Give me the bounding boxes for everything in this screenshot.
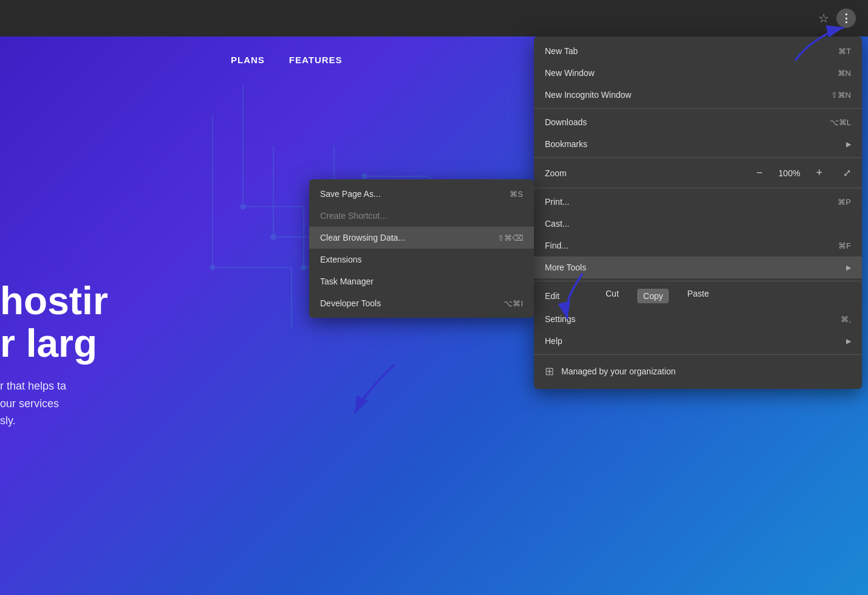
menu-item-new-window[interactable]: New Window ⌘N: [534, 62, 862, 84]
submenu-extensions[interactable]: Extensions: [309, 249, 534, 270]
bookmark-icon[interactable]: ☆: [818, 11, 829, 26]
divider-1: [534, 108, 862, 109]
managed-by-org-row[interactable]: ⊞ Managed by your organization: [534, 357, 862, 385]
divider-2: [534, 157, 862, 158]
menu-label-print: Print...: [545, 197, 569, 207]
shortcut-new-tab: ⌘T: [838, 47, 851, 56]
zoom-minus-button[interactable]: −: [751, 165, 768, 181]
shortcut-clear-browsing: ⇧⌘⌫: [497, 233, 523, 242]
menu-item-settings[interactable]: Settings ⌘,: [534, 308, 862, 330]
submenu-label-save-page: Save Page As...: [320, 189, 381, 199]
divider-5: [534, 354, 862, 355]
svg-point-13: [301, 265, 306, 270]
menu-item-help[interactable]: Help: [534, 330, 862, 352]
submenu-create-shortcut[interactable]: Create Shortcut...: [309, 205, 534, 227]
svg-point-12: [241, 204, 245, 209]
webpage-nav: PLANS FEATURES: [0, 36, 443, 83]
shortcut-print: ⌘P: [838, 198, 851, 207]
menu-item-incognito[interactable]: New Incognito Window ⇧⌘N: [534, 84, 862, 106]
edit-label: Edit: [545, 291, 593, 301]
cut-button[interactable]: Cut: [606, 289, 619, 303]
menu-label-find: Find...: [545, 241, 569, 250]
menu-item-bookmarks[interactable]: Bookmarks: [534, 133, 862, 155]
menu-label-cast: Cast...: [545, 219, 569, 229]
copy-button[interactable]: Copy: [637, 289, 669, 303]
shortcut-new-window: ⌘N: [838, 69, 851, 78]
paste-button[interactable]: Paste: [687, 289, 709, 303]
svg-point-14: [271, 235, 276, 239]
shortcut-incognito: ⇧⌘N: [831, 91, 851, 100]
hero-subtitle: r that helps ta our services sly.: [0, 377, 108, 430]
three-dots-icon: ⋮: [841, 12, 852, 25]
shortcut-downloads: ⌥⌘L: [830, 118, 851, 127]
submenu-label-clear-browsing: Clear Browsing Data...: [320, 233, 405, 242]
menu-label-more-tools: More Tools: [545, 263, 586, 272]
chrome-menu-button[interactable]: ⋮: [836, 9, 856, 28]
menu-item-downloads[interactable]: Downloads ⌥⌘L: [534, 111, 862, 133]
menu-item-find[interactable]: Find... ⌘F: [534, 235, 862, 256]
menu-label-new-tab: New Tab: [545, 46, 578, 56]
browser-top-bar: ☆ ⋮: [0, 0, 868, 36]
menu-item-print[interactable]: Print... ⌘P: [534, 191, 862, 213]
managed-label: Managed by your organization: [561, 366, 675, 376]
submenu-clear-browsing-data[interactable]: Clear Browsing Data... ⇧⌘⌫: [309, 227, 534, 249]
menu-label-new-window: New Window: [545, 68, 595, 78]
edit-actions: Cut Copy Paste: [606, 289, 709, 303]
divider-3: [534, 188, 862, 188]
submenu-label-developer-tools: Developer Tools: [320, 298, 381, 308]
shortcut-developer-tools: ⌥⌘I: [504, 299, 523, 308]
menu-label-downloads: Downloads: [545, 117, 587, 127]
submenu-save-page[interactable]: Save Page As... ⌘S: [309, 183, 534, 205]
svg-point-16: [362, 174, 367, 179]
hero-title-line1: hostir: [0, 280, 108, 322]
menu-item-cast[interactable]: Cast...: [534, 213, 862, 235]
menu-item-new-tab[interactable]: New Tab ⌘T: [534, 40, 862, 62]
fullscreen-button[interactable]: ⤢: [843, 167, 851, 179]
nav-plans: PLANS: [231, 55, 265, 65]
zoom-value-display: 100%: [777, 168, 801, 178]
menu-label-settings: Settings: [545, 314, 576, 324]
hero-title-line2: r larg: [0, 322, 108, 365]
submenu-developer-tools[interactable]: Developer Tools ⌥⌘I: [309, 292, 534, 314]
submenu-label-task-manager: Task Manager: [320, 277, 374, 286]
edit-row: Edit Cut Copy Paste: [534, 284, 862, 308]
zoom-label: Zoom: [545, 168, 567, 178]
shortcut-save-page: ⌘S: [510, 190, 523, 199]
webpage-hero-text: hostir r larg r that helps ta our servic…: [0, 280, 108, 430]
zoom-row: Zoom − 100% + ⤢: [534, 160, 862, 185]
submenu-label-extensions: Extensions: [320, 255, 361, 264]
menu-label-bookmarks: Bookmarks: [545, 139, 587, 149]
shortcut-find: ⌘F: [838, 241, 851, 250]
zoom-plus-button[interactable]: +: [811, 165, 827, 181]
menu-label-help: Help: [545, 336, 562, 346]
managed-icon: ⊞: [545, 365, 554, 378]
zoom-controls: − 100% + ⤢: [751, 165, 851, 181]
divider-4: [534, 281, 862, 281]
submenu-task-manager[interactable]: Task Manager: [309, 270, 534, 292]
menu-item-more-tools[interactable]: More Tools: [534, 256, 862, 278]
chrome-dropdown-menu: New Tab ⌘T New Window ⌘N New Incognito W…: [534, 36, 862, 389]
nav-features: FEATURES: [289, 55, 343, 65]
shortcut-settings: ⌘,: [841, 315, 851, 324]
more-tools-submenu: Save Page As... ⌘S Create Shortcut... Cl…: [309, 179, 534, 318]
submenu-label-create-shortcut: Create Shortcut...: [320, 211, 387, 221]
menu-label-incognito: New Incognito Window: [545, 90, 631, 100]
svg-point-15: [210, 265, 215, 270]
